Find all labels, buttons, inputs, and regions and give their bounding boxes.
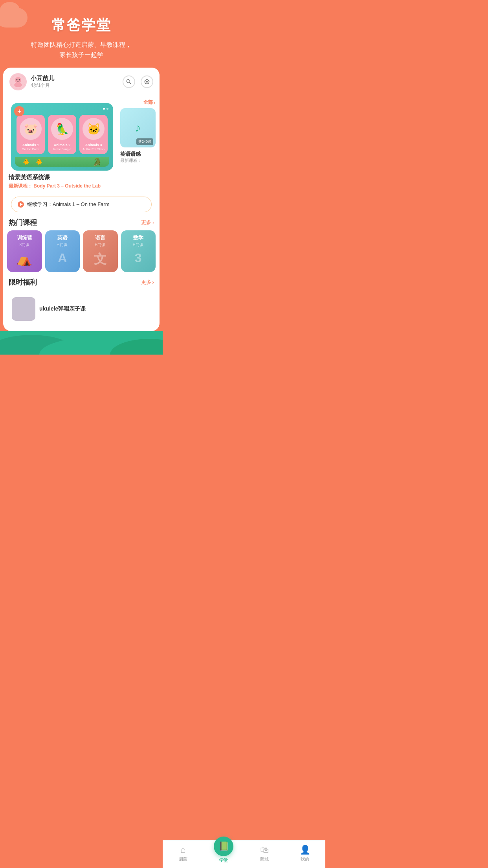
animal-sub-3: At the Pet Shop xyxy=(83,147,105,151)
profile-age: 4岁1个月 xyxy=(31,82,54,89)
svg-point-4 xyxy=(19,79,20,81)
hot-course-language[interactable]: 语言 6门课 文 xyxy=(83,230,118,272)
svg-point-3 xyxy=(17,79,18,81)
animal-sub-2: In the Jungle xyxy=(53,147,71,151)
training-icon: ⛺ xyxy=(17,252,32,267)
english-count: 6门课 xyxy=(57,242,68,248)
language-count: 6门课 xyxy=(95,242,105,248)
header: 常爸学堂 特邀团队精心打造启蒙、早教课程， 家长孩子一起学 xyxy=(0,0,163,68)
svg-point-8 xyxy=(146,81,148,83)
course-banner[interactable]: + 🐷 Animals 1 On the Farm xyxy=(11,103,113,171)
hot-courses-grid: 训练营 8门课 ⛺ 英语 6门课 A 语言 6门课 文 数学 6门课 3 xyxy=(3,230,160,272)
animal-name-2: Animals 2 xyxy=(53,143,71,147)
math-count: 6门课 xyxy=(133,242,143,248)
all-chevron[interactable]: › xyxy=(154,99,156,106)
animal-icon-2: 🦜 xyxy=(51,118,73,140)
limited-more[interactable]: 更多 › xyxy=(141,279,154,286)
animal-icon-3: 🐱 xyxy=(83,118,105,140)
chick-1: 🐥 xyxy=(23,159,29,165)
animal-icon-1: 🐷 xyxy=(20,118,42,140)
hot-courses-title: 热门课程 xyxy=(9,218,37,227)
avatar[interactable] xyxy=(9,73,27,90)
continue-button[interactable]: 继续学习：Animals 1 – On the Farm xyxy=(11,197,152,212)
course-thumb[interactable]: ♪ 共240课 xyxy=(120,108,156,147)
banner-dots xyxy=(103,108,108,110)
hot-course-training[interactable]: 训练营 8门课 ⛺ xyxy=(7,230,42,272)
add-button[interactable]: + xyxy=(14,106,24,116)
play-triangle xyxy=(20,203,23,206)
cloud-decoration xyxy=(0,8,28,28)
right-course: 全部 › ♪ 共240课 英语语感 最新课程： xyxy=(120,99,156,164)
course-info: 情景英语系统课 最新课程： Body Part 3 – Outside the … xyxy=(7,171,117,189)
hot-course-math[interactable]: 数学 6门课 3 xyxy=(121,230,156,272)
svg-line-6 xyxy=(130,83,131,84)
animal-name-1: Animals 1 xyxy=(22,143,40,147)
dot-1 xyxy=(103,108,105,110)
app-subtitle: 特邀团队精心打造启蒙、早教课程， 家长孩子一起学 xyxy=(8,40,155,60)
english-icon: A xyxy=(58,251,67,265)
right-course-latest: 最新课程： xyxy=(120,158,156,164)
language-icon: 文 xyxy=(94,251,106,268)
course-latest: 最新课程： Body Part 3 – Outside the Lab xyxy=(9,183,116,189)
hot-course-english[interactable]: 英语 6门课 A xyxy=(45,230,80,272)
settings-icon[interactable] xyxy=(141,75,153,88)
right-course-info: 英语语感 最新课程： xyxy=(120,147,156,164)
hot-courses-more[interactable]: 更多 › xyxy=(141,219,154,226)
limited-header: 限时福利 更多 › xyxy=(3,272,160,290)
all-label: 全部 xyxy=(143,99,153,106)
math-icon: 3 xyxy=(135,251,142,265)
english-name: 英语 xyxy=(57,234,68,241)
search-icon[interactable] xyxy=(123,75,135,88)
profile-icons xyxy=(123,75,153,88)
animal-card-1[interactable]: 🐷 Animals 1 On the Farm xyxy=(17,115,45,154)
training-count: 8门课 xyxy=(19,242,29,248)
animal-card-3[interactable]: 🐱 Animals 3 At the Pet Shop xyxy=(79,115,108,154)
course-title: 情景英语系统课 xyxy=(9,174,116,181)
profile-name: 小豆苗儿 xyxy=(31,75,54,82)
animal-name-3: Animals 3 xyxy=(83,143,105,147)
profile-left: 小豆苗儿 4岁1个月 xyxy=(9,73,54,90)
course-count: 共240课 xyxy=(136,138,153,145)
right-course-title: 英语语感 xyxy=(120,151,156,158)
dot-2 xyxy=(106,108,108,110)
page-container: 常爸学堂 特邀团队精心打造启蒙、早教课程， 家长孩子一起学 xyxy=(0,0,163,868)
profile-info: 小豆苗儿 4岁1个月 xyxy=(31,75,54,89)
training-name: 训练营 xyxy=(17,234,32,241)
language-name: 语言 xyxy=(95,234,105,241)
green-hills-bg xyxy=(0,331,163,355)
animal-card-2[interactable]: 🦜 Animals 2 In the Jungle xyxy=(48,115,76,154)
continue-text: 继续学习：Animals 1 – On the Farm xyxy=(27,201,110,208)
more-chevron: › xyxy=(152,219,154,226)
music-icon: ♪ xyxy=(135,121,141,134)
limited-thumb-1 xyxy=(12,297,35,321)
math-name: 数学 xyxy=(133,234,143,241)
limited-section: ukulele弹唱亲子课 xyxy=(3,293,160,325)
svg-point-1 xyxy=(15,77,21,83)
continue-section: 继续学习：Animals 1 – On the Farm xyxy=(3,189,160,212)
play-icon xyxy=(18,201,24,208)
limited-title: 限时福利 xyxy=(9,278,37,287)
avatar-face xyxy=(11,75,25,89)
app-title: 常爸学堂 xyxy=(8,16,155,35)
grass-row: 🐥 🐥 🐊 xyxy=(15,157,109,167)
chick-2: 🐥 xyxy=(36,159,42,165)
limited-item-1[interactable]: ukulele弹唱亲子课 xyxy=(7,293,156,325)
frog-icon: 🐊 xyxy=(93,158,101,166)
limited-chevron: › xyxy=(152,279,154,285)
animal-sub-1: On the Farm xyxy=(22,147,40,151)
svg-point-2 xyxy=(14,83,22,87)
profile-bar: 小豆苗儿 4岁1个月 xyxy=(3,68,160,96)
animals-row: 🐷 Animals 1 On the Farm 🦜 Animals 2 In t… xyxy=(15,107,109,156)
main-card: 小豆苗儿 4岁1个月 xyxy=(3,68,160,331)
hot-courses-header: 热门课程 更多 › xyxy=(3,212,160,230)
spacer xyxy=(3,325,160,331)
limited-item-title-1: ukulele弹唱亲子课 xyxy=(39,305,86,313)
